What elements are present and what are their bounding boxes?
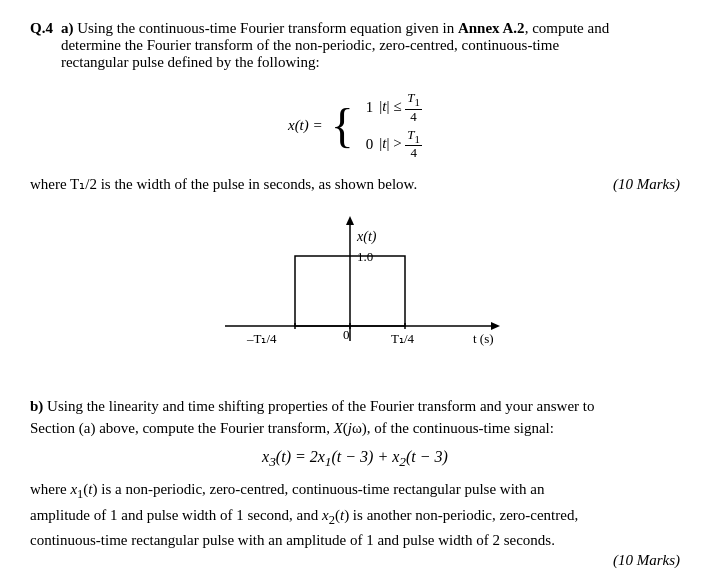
part-b-where1: where x1(t) is a non-periodic, zero-cent… (30, 481, 544, 497)
where-line: where T₁/2 is the width of the pulse in … (30, 175, 680, 193)
part-a-text2: , compute and (525, 20, 610, 36)
part-a-block: a) Using the continuous-time Fourier tra… (61, 20, 609, 71)
svg-marker-1 (346, 216, 354, 225)
part-a-marks: (10 Marks) (613, 176, 680, 193)
part-b-where2: amplitude of 1 and pulse width of 1 seco… (30, 507, 578, 523)
part-b-where: where x1(t) is a non-periodic, zero-cent… (30, 478, 680, 552)
graph-y-val: 1.0 (357, 249, 373, 264)
part-b-label: b) (30, 398, 43, 414)
question-number: Q.4 (30, 20, 53, 37)
part-b-where3: continuous-time rectangular pulse with a… (30, 532, 555, 548)
case1-coeff: 1 (366, 99, 374, 116)
annex-ref: Annex A.2 (458, 20, 525, 36)
graph-xlabel: t (s) (473, 331, 494, 346)
graph-origin: 0 (343, 327, 350, 342)
case2-cond: |t| > T1 4 (379, 128, 422, 161)
piecewise-inner: x(t) = { 1 |t| ≤ T1 4 0 |t| > (288, 91, 422, 161)
case1-frac: T1 4 (405, 91, 422, 124)
part-a-text4: rectangular pulse defined by the followi… (61, 54, 320, 70)
part-b-text: b) Using the linearity and time shifting… (30, 395, 680, 440)
case2-frac: T1 4 (405, 128, 422, 161)
piecewise-equation: x(t) = { 1 |t| ≤ T1 4 0 |t| > (30, 91, 680, 161)
question-block: Q.4 a) Using the continuous-time Fourier… (30, 20, 680, 569)
case2-coeff: 0 (366, 136, 374, 153)
graph-x-neg: –T₁/4 (246, 331, 277, 346)
part-a-label: a) (61, 20, 74, 36)
svg-marker-3 (491, 322, 500, 330)
part-b-formula: x3(t) = 2x1(t − 3) + x2(t − 3) (30, 448, 680, 470)
part-b-text1: Using the linearity and time shifting pr… (47, 398, 594, 414)
case1-row: 1 |t| ≤ T1 4 (366, 91, 422, 124)
part-a-text1: Using the continuous-time Fourier transf… (77, 20, 454, 36)
part-a-text3: determine the Fourier transform of the n… (61, 37, 559, 53)
piecewise-brace: { (331, 102, 354, 150)
graph-x-pos: T₁/4 (391, 331, 415, 346)
pulse-graph: x(t) 1.0 t (s) 0 –T₁/4 T₁/4 (195, 211, 515, 371)
formula-text: x3(t) = 2x1(t − 3) + x2(t − 3) (262, 448, 448, 465)
case1-cond: |t| ≤ T1 4 (379, 91, 422, 124)
graph-ylabel: x(t) (356, 229, 377, 245)
where-text: where T₁/2 is the width of the pulse in … (30, 175, 417, 193)
part-b-marks: (10 Marks) (30, 552, 680, 569)
part-b-block: b) Using the linearity and time shifting… (30, 395, 680, 569)
case2-row: 0 |t| > T1 4 (366, 128, 422, 161)
question-header: Q.4 a) Using the continuous-time Fourier… (30, 20, 680, 71)
part-b-text2: Section (a) above, compute the Fourier t… (30, 420, 554, 436)
graph-container: x(t) 1.0 t (s) 0 –T₁/4 T₁/4 (30, 211, 680, 371)
piecewise-cases: 1 |t| ≤ T1 4 0 |t| > T1 (366, 91, 422, 161)
piecewise-lhs: x(t) = (288, 117, 323, 134)
